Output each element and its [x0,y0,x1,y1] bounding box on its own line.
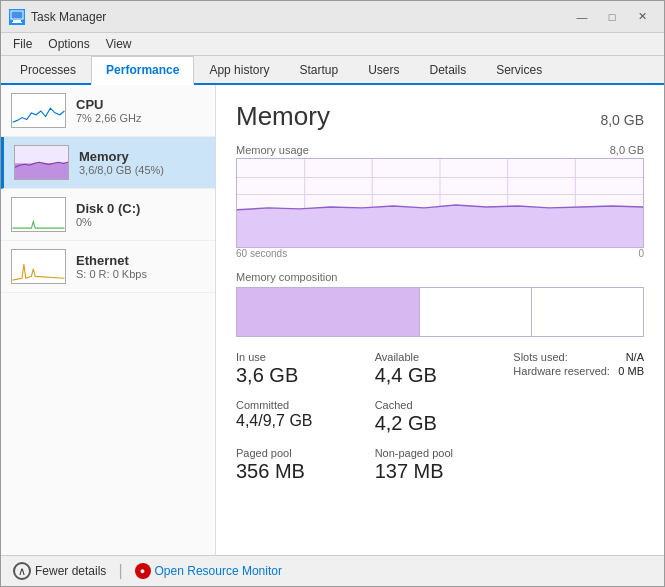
time-start: 60 seconds [236,248,287,259]
paged-pool-value: 356 MB [236,459,367,483]
main-panel: Memory 8,0 GB Memory usage 8,0 GB [216,85,664,555]
memory-thumbnail [14,145,69,180]
tab-startup[interactable]: Startup [284,56,353,85]
window-controls: — □ ✕ [568,7,656,27]
composition-chart [236,287,644,337]
disk-detail: 0% [76,216,205,228]
menu-view[interactable]: View [98,35,140,53]
stats-grid: In use 3,6 GB Available 4,4 GB Slots use… [236,351,644,483]
stat-empty-2 [513,447,644,483]
title-bar: Task Manager — □ ✕ [1,1,664,33]
slots-value: N/A [626,351,644,363]
open-resource-monitor-button[interactable]: ● Open Resource Monitor [135,563,282,579]
menu-options[interactable]: Options [40,35,97,53]
minimize-button[interactable]: — [568,7,596,27]
sidebar: CPU 7% 2,66 GHz Memory 3,6/8,0 GB (45%) [1,85,216,555]
comp-standby [420,288,532,336]
stat-committed: Committed 4,4/9,7 GB [236,399,367,435]
cached-value: 4,2 GB [375,411,506,435]
svg-rect-4 [13,94,65,127]
close-button[interactable]: ✕ [628,7,656,27]
disk-thumbnail [11,197,66,232]
memory-detail: 3,6/8,0 GB (45%) [79,164,205,176]
non-paged-pool-value: 137 MB [375,459,506,483]
chart-label-max: 8,0 GB [610,144,644,156]
in-use-label: In use [236,351,367,363]
tab-users[interactable]: Users [353,56,414,85]
stat-paged-pool: Paged pool 356 MB [236,447,367,483]
fewer-details-label: Fewer details [35,564,106,578]
cpu-label: CPU [76,97,205,112]
stat-non-paged-pool: Non-paged pool 137 MB [375,447,506,483]
tab-performance[interactable]: Performance [91,56,194,85]
composition-label: Memory composition [236,271,644,283]
stat-in-use: In use 3,6 GB [236,351,367,387]
cpu-info: CPU 7% 2,66 GHz [76,97,205,124]
memory-label: Memory [79,149,205,164]
sidebar-item-memory[interactable]: Memory 3,6/8,0 GB (45%) [1,137,215,189]
usage-chart [236,158,644,248]
tabs-bar: Processes Performance App history Startu… [1,56,664,85]
window-title: Task Manager [31,10,568,24]
cpu-thumbnail [11,93,66,128]
comp-in-use [237,288,420,336]
fewer-details-icon: ∧ [13,562,31,580]
slots-row: Slots used: N/A [513,351,644,363]
stat-cached: Cached 4,2 GB [375,399,506,435]
comp-free [532,288,643,336]
ethernet-thumbnail [11,249,66,284]
non-paged-pool-label: Non-paged pool [375,447,506,459]
panel-title: Memory [236,101,330,132]
stat-empty-1 [513,399,644,435]
memory-info: Memory 3,6/8,0 GB (45%) [79,149,205,176]
composition-section: Memory composition [236,271,644,337]
ethernet-detail: S: 0 R: 0 Kbps [76,268,205,280]
svg-marker-14 [237,205,643,247]
hw-reserved-label: Hardware reserved: [513,365,610,377]
cpu-detail: 7% 2,66 GHz [76,112,205,124]
open-resource-monitor-label: Open Resource Monitor [155,564,282,578]
chart-label-row: Memory usage 8,0 GB [236,144,644,156]
chart-time-labels: 60 seconds 0 [236,248,644,259]
main-header: Memory 8,0 GB [236,101,644,132]
ethernet-info: Ethernet S: 0 R: 0 Kbps [76,253,205,280]
fewer-details-button[interactable]: ∧ Fewer details [13,562,106,580]
content-area: CPU 7% 2,66 GHz Memory 3,6/8,0 GB (45%) [1,85,664,555]
stat-available: Available 4,4 GB [375,351,506,387]
disk-info: Disk 0 (C:) 0% [76,201,205,228]
chart-label-text: Memory usage [236,144,309,156]
usage-chart-section: Memory usage 8,0 GB [236,144,644,259]
tab-details[interactable]: Details [414,56,481,85]
svg-rect-2 [13,20,21,22]
slots-label: Slots used: [513,351,567,363]
in-use-value: 3,6 GB [236,363,367,387]
paged-pool-label: Paged pool [236,447,367,459]
sidebar-item-cpu[interactable]: CPU 7% 2,66 GHz [1,85,215,137]
hw-reserved-value: 0 MB [618,365,644,377]
tab-processes[interactable]: Processes [5,56,91,85]
maximize-button[interactable]: □ [598,7,626,27]
ethernet-label: Ethernet [76,253,205,268]
sidebar-item-disk[interactable]: Disk 0 (C:) 0% [1,189,215,241]
committed-label: Committed [236,399,367,411]
time-end: 0 [638,248,644,259]
committed-value: 4,4/9,7 GB [236,411,367,430]
resource-monitor-icon: ● [135,563,151,579]
available-label: Available [375,351,506,363]
panel-total: 8,0 GB [600,112,644,128]
sidebar-item-ethernet[interactable]: Ethernet S: 0 R: 0 Kbps [1,241,215,293]
menu-bar: File Options View [1,33,664,56]
tab-services[interactable]: Services [481,56,557,85]
svg-rect-1 [12,12,22,18]
footer-divider: | [118,562,122,580]
chart-svg [237,159,643,247]
tab-app-history[interactable]: App history [194,56,284,85]
footer: ∧ Fewer details | ● Open Resource Monito… [1,555,664,586]
app-icon [9,9,25,25]
disk-label: Disk 0 (C:) [76,201,205,216]
hw-reserved-row: Hardware reserved: 0 MB [513,365,644,377]
menu-file[interactable]: File [5,35,40,53]
task-manager-window: Task Manager — □ ✕ File Options View Pro… [0,0,665,587]
svg-rect-3 [12,22,22,23]
svg-rect-6 [15,163,68,179]
